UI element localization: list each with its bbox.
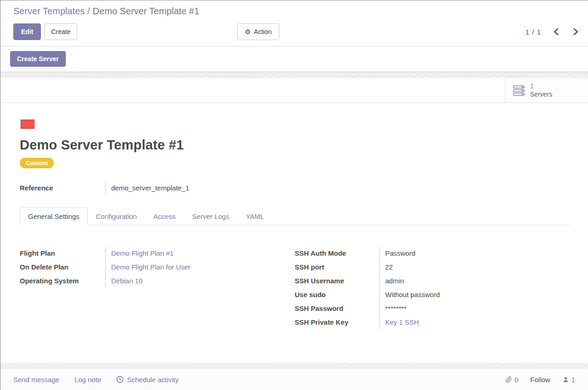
record-title: Demo Server Template #1	[20, 138, 570, 153]
use-sudo-label: Use sudo	[295, 288, 379, 302]
create-server-button[interactable]: Create Server	[10, 51, 66, 67]
field-labels: SSH Auth Mode SSH port SSH Username Use …	[295, 247, 379, 329]
server-stack-icon	[513, 85, 526, 97]
field-labels: Flight Plan On Delete Plan Operating Sys…	[20, 247, 105, 288]
chatter-right-tools: 0 Follow 1	[505, 376, 575, 384]
use-sudo-value: Without password	[385, 288, 570, 302]
servers-stat-text: 1 Servers	[530, 82, 552, 98]
ssh-password-value: ********	[385, 302, 570, 315]
ssh-port-value: 22	[385, 260, 570, 274]
person-icon	[562, 376, 569, 383]
paperclip-icon	[505, 376, 512, 383]
button-box: 1 Servers	[0, 78, 588, 103]
breadcrumb-parent-link[interactable]: Server Templates	[13, 6, 85, 16]
chatter-toolbar: Send message Log note Schedule activity …	[0, 369, 588, 390]
servers-label: Servers	[530, 91, 552, 99]
tab-yaml[interactable]: YAML	[237, 208, 272, 225]
window: Server Templates/Demo Server Template #1…	[0, 0, 588, 390]
servers-stat-button[interactable]: 1 Servers	[505, 78, 588, 103]
tab-server-logs[interactable]: Server Logs	[184, 208, 237, 225]
edit-button[interactable]: Edit	[13, 23, 41, 40]
gear-icon: ⚙	[245, 29, 251, 35]
pager-nav	[553, 28, 579, 35]
background-strip-top	[0, 72, 588, 78]
pager-value[interactable]: 1 / 1	[526, 28, 541, 36]
schedule-activity-label: Schedule activity	[127, 376, 179, 384]
pager: 1 / 1	[526, 28, 579, 36]
template-image-thumbnail	[20, 119, 35, 130]
operating-system-value-link[interactable]: Debian 10	[111, 274, 295, 288]
form-sheet: 1 Servers Demo Server Template #1 Custom…	[0, 78, 588, 363]
ssh-private-key-value-link[interactable]: Key 1 SSH	[385, 315, 570, 329]
breadcrumb: Server Templates/Demo Server Template #1	[13, 6, 579, 17]
clock-icon	[116, 376, 124, 383]
tab-content-general-settings: Flight Plan On Delete Plan Operating Sys…	[20, 225, 570, 329]
reference-value: demo_server_template_1	[105, 181, 189, 195]
flight-plan-value-link[interactable]: Demo Flight Plan #1	[111, 247, 295, 260]
chevron-right-icon[interactable]	[573, 28, 579, 35]
field-values: Demo Flight Plan #1 Demo Flight Plan for…	[105, 247, 295, 288]
tab-general-settings[interactable]: General Settings	[20, 207, 88, 225]
field-group-right: SSH Auth Mode SSH port SSH Username Use …	[295, 247, 570, 329]
control-panel-buttons: Edit Create ⚙ Action 1 / 1	[13, 23, 579, 40]
breadcrumb-separator: /	[87, 6, 90, 16]
field-group-left: Flight Plan On Delete Plan Operating Sys…	[20, 247, 295, 329]
action-dropdown-button[interactable]: ⚙ Action	[237, 23, 279, 40]
ssh-password-label: SSH Password	[295, 302, 379, 315]
ssh-username-label: SSH Username	[295, 274, 379, 288]
ssh-username-value: admin	[385, 274, 570, 288]
sheet-content: Demo Server Template #1 Custom Reference…	[0, 103, 588, 329]
attachments-count: 0	[514, 376, 518, 384]
reference-field-row: Reference demo_server_template_1	[20, 181, 570, 195]
create-button[interactable]: Create	[44, 23, 77, 40]
reference-label: Reference	[20, 181, 105, 195]
on-delete-plan-label: On Delete Plan	[20, 260, 105, 274]
on-delete-plan-value-link[interactable]: Demo Flight Plan for User	[111, 260, 295, 274]
follow-button[interactable]: Follow	[530, 376, 550, 384]
breadcrumb-current: Demo Server Template #1	[93, 6, 199, 16]
ssh-auth-mode-label: SSH Auth Mode	[295, 247, 379, 260]
field-values: Password 22 admin Without password *****…	[379, 247, 570, 329]
flight-plan-label: Flight Plan	[20, 247, 105, 260]
servers-count: 1	[530, 82, 552, 91]
send-message-button[interactable]: Send message	[13, 376, 59, 384]
tab-access[interactable]: Access	[145, 208, 184, 225]
ssh-auth-mode-value: Password	[385, 247, 570, 260]
log-note-button[interactable]: Log note	[74, 376, 101, 384]
attachments-button[interactable]: 0	[505, 376, 518, 384]
tab-configuration[interactable]: Configuration	[88, 208, 145, 225]
ssh-port-label: SSH port	[295, 260, 379, 274]
notebook-tabs: General Settings Configuration Access Se…	[20, 207, 570, 225]
operating-system-label: Operating System	[20, 274, 105, 288]
action-button-label: Action	[254, 29, 272, 35]
control-panel: Server Templates/Demo Server Template #1…	[0, 0, 588, 46]
ssh-private-key-label: SSH Private Key	[295, 315, 379, 329]
followers-count: 1	[571, 376, 575, 384]
schedule-activity-button[interactable]: Schedule activity	[116, 376, 179, 384]
custom-badge: Custom	[20, 158, 54, 168]
chevron-left-icon[interactable]	[553, 28, 559, 35]
statusbar: Create Server	[0, 46, 588, 72]
background-strip-bottom	[0, 363, 588, 369]
followers-button[interactable]: 1	[562, 376, 575, 384]
